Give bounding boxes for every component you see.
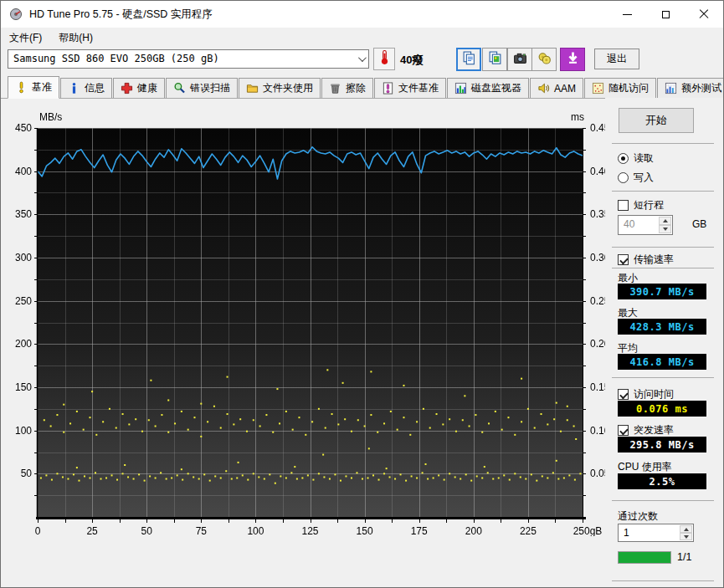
health-icon [121, 82, 133, 95]
stepper-up-button[interactable] [659, 217, 671, 225]
transfer-rate-checkbox[interactable]: 传输速率 [618, 253, 674, 267]
arrow-down-icon [663, 228, 668, 231]
burst-rate-value: 295.8 MB/s [618, 437, 706, 453]
write-radio[interactable]: 写入 [618, 171, 654, 185]
minimize-button[interactable] [608, 1, 646, 28]
access-time-checkbox[interactable]: 访问时间 [618, 387, 674, 401]
menu-item-help[interactable]: 帮助(H) [50, 28, 101, 48]
tab-label: 磁盘监视器 [471, 81, 521, 95]
chevron-down-icon [358, 54, 367, 62]
arrow-up-icon [684, 528, 689, 531]
pass-progress-bar [618, 551, 671, 564]
tab-aam[interactable]: AAM [530, 78, 583, 98]
avg-value: 416.8 MB/s [618, 354, 706, 370]
transfer-rate-label: 传输速率 [634, 253, 674, 267]
write-radio-label: 写入 [634, 171, 654, 185]
exit-button[interactable]: 退出 [594, 49, 639, 69]
read-radio-icon [618, 153, 629, 164]
exclamation-icon [15, 81, 28, 94]
pass-progress-label: 1/1 [677, 551, 691, 563]
tab-health[interactable]: 健康 [113, 78, 165, 98]
tab-info[interactable]: 信息 [60, 78, 112, 98]
tab-label: 文件基准 [398, 81, 439, 95]
maximize-button[interactable] [646, 1, 685, 28]
temperature-button[interactable] [373, 48, 395, 70]
pass-count-stepper[interactable]: 1 [618, 524, 694, 542]
short-stroke-size-value: 40 [624, 218, 634, 230]
speaker-icon [537, 82, 550, 95]
drive-selector-value: Samsung SSD 860 EVO 250GB (250 gB) [13, 53, 219, 64]
drive-selector[interactable]: Samsung SSD 860 EVO 250GB (250 gB) [8, 49, 369, 69]
pass-count-value: 1 [624, 527, 629, 539]
start-button[interactable]: 开始 [619, 108, 694, 133]
burst-rate-checkbox[interactable]: 突发速率 [618, 423, 674, 437]
maximize-icon [662, 11, 670, 18]
tab-bar: 基准信息健康错误扫描文件夹使用擦除文件基准磁盘监视器AAM随机访问额外测试 [1, 76, 605, 99]
tab-extra-tests[interactable]: 额外测试 [657, 78, 724, 98]
copy-image-icon [488, 51, 502, 69]
folder-icon [246, 82, 259, 95]
divider [612, 268, 714, 268]
tab-benchmark[interactable]: 基准 [8, 76, 59, 99]
short-stroke-size-stepper[interactable]: 40 [618, 215, 673, 235]
tab-erase[interactable]: 擦除 [321, 78, 373, 98]
short-stroke-checkbox[interactable]: 短行程 [618, 198, 664, 212]
info-icon [68, 82, 80, 95]
access-time-value: 0.076 ms [618, 401, 706, 417]
read-radio[interactable]: 读取 [618, 151, 654, 166]
thermometer-icon [377, 49, 392, 69]
tab-label: 额外测试 [681, 81, 721, 95]
tab-label: 基准 [32, 80, 52, 95]
tab-label: 信息 [85, 81, 105, 95]
max-value: 428.3 MB/s [618, 319, 706, 335]
burst-rate-label: 突发速率 [634, 423, 674, 437]
stepper-up-button[interactable] [680, 525, 692, 533]
tab-error-scan[interactable]: 错误扫描 [166, 78, 238, 98]
divider [612, 143, 714, 144]
copy-report-button[interactable] [456, 48, 481, 71]
screenshot-button[interactable] [507, 48, 532, 71]
divider [612, 377, 714, 378]
menu-item-file[interactable]: 文件(F) [1, 28, 50, 48]
camera-icon [513, 51, 527, 69]
transfer-rate-checkbox-icon [618, 254, 629, 265]
tab-folder-usage[interactable]: 文件夹使用 [239, 78, 321, 98]
copy-image-button[interactable] [482, 48, 507, 71]
close-icon [699, 9, 709, 19]
download-button[interactable] [560, 48, 585, 71]
divider [612, 247, 714, 248]
tab-disk-monitor[interactable]: 磁盘监视器 [447, 78, 529, 98]
toolbar: Samsung SSD 860 EVO 250GB (250 gB) 40癈 退… [1, 48, 723, 76]
tab-label: 错误扫描 [190, 81, 230, 95]
cpu-usage-label: CPU 使用率 [618, 460, 672, 474]
divider [612, 500, 714, 501]
temperature-value: 40癈 [400, 53, 423, 68]
window-title: HD Tune Pro 5.75 - 硬盘/SSD 实用程序 [29, 8, 213, 22]
hd-tune-window: HD Tune Pro 5.75 - 硬盘/SSD 实用程序 文件(F)帮助(H… [0, 0, 724, 588]
close-button[interactable] [685, 1, 723, 28]
short-stroke-unit-label: GB [692, 218, 706, 230]
extra-chart-icon [665, 82, 677, 95]
benchmark-chart [1, 99, 605, 536]
tab-label: 健康 [137, 81, 157, 95]
tab-file-benchmark[interactable]: 文件基准 [374, 78, 446, 98]
title-bar: HD Tune Pro 5.75 - 硬盘/SSD 实用程序 [1, 1, 723, 28]
arrow-down-icon [684, 535, 689, 539]
control-panel: 开始 读取 写入 短行程 40 GB 传输速率 最小 [605, 99, 724, 588]
download-icon [566, 51, 580, 69]
min-value: 390.7 MB/s [618, 284, 706, 299]
options-button[interactable] [531, 48, 557, 71]
arrow-up-icon [663, 219, 668, 222]
scatter-icon [592, 82, 604, 95]
trash-icon [329, 82, 341, 95]
divider [612, 580, 714, 581]
access-time-label: 访问时间 [634, 387, 674, 401]
stepper-down-button[interactable] [680, 533, 692, 540]
tab-random-access[interactable]: 随机访问 [584, 78, 656, 98]
bar-chart-icon [454, 82, 467, 95]
stepper-down-button[interactable] [659, 225, 671, 233]
menu-bar: 文件(F)帮助(H) [1, 28, 723, 48]
tab-label: AAM [554, 83, 576, 95]
tab-label: 文件夹使用 [263, 81, 313, 95]
tab-label: 随机访问 [608, 81, 649, 95]
